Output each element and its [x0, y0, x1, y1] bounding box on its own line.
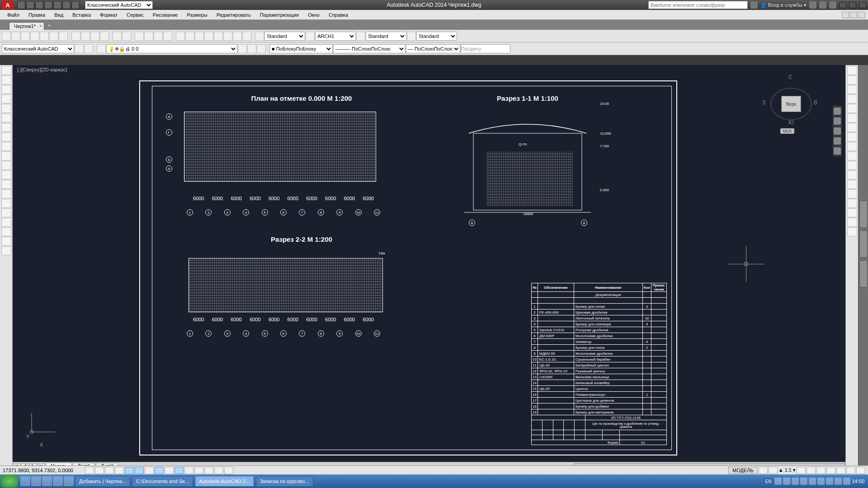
save-icon[interactable] — [21, 32, 30, 41]
signin-label[interactable]: 👤 Вход в службы ▾ — [760, 2, 807, 8]
tray-icon[interactable] — [792, 478, 799, 485]
erase-icon[interactable] — [847, 66, 857, 75]
snap-mode-icon[interactable] — [95, 467, 104, 474]
hardware-accel-icon[interactable] — [836, 467, 845, 474]
task-item[interactable]: Записка по курсово... — [256, 476, 313, 487]
drawing-canvas[interactable]: [-][Сверху][2D-каркас] С Ю З В Верх МСК … — [13, 65, 845, 470]
viewport-controls[interactable]: [-][Сверху][2D-каркас] — [17, 67, 67, 72]
ssm-icon[interactable] — [204, 32, 213, 41]
copy-icon[interactable] — [81, 32, 90, 41]
annotation-monitor-icon[interactable] — [224, 467, 233, 474]
coordinates-readout[interactable]: 17371.9800, 9314.7302, 0.0000 — [3, 468, 84, 473]
tray-icon[interactable] — [800, 478, 807, 485]
mtext-icon[interactable] — [1, 237, 11, 246]
table-style-select[interactable]: Standard — [366, 32, 406, 41]
trim-icon[interactable] — [847, 151, 857, 160]
insert-block-icon[interactable] — [1, 170, 11, 179]
clock[interactable]: 14:50 — [852, 479, 864, 484]
quickview-drawings-icon[interactable] — [769, 467, 778, 474]
linetype-select[interactable]: ——— ПоСлоюПоСлою — [333, 44, 406, 53]
tray-icon[interactable] — [774, 478, 782, 485]
save-icon[interactable] — [35, 1, 43, 9]
make-block-icon[interactable] — [1, 180, 11, 189]
workspace-select-2[interactable]: Классический AutoCAD — [2, 44, 74, 53]
array-icon[interactable] — [847, 104, 857, 113]
mleader-style-select[interactable]: Standard — [416, 32, 457, 41]
tray-icon[interactable] — [817, 478, 825, 485]
help-search-input[interactable] — [648, 1, 748, 9]
tray-icon[interactable] — [783, 478, 790, 485]
spline-icon[interactable] — [1, 142, 11, 151]
palette-tab-1[interactable] — [859, 201, 868, 228]
ducs-icon[interactable] — [165, 467, 174, 474]
palette-tab-2[interactable] — [859, 230, 868, 258]
line-icon[interactable] — [1, 66, 11, 75]
mdi-close-button[interactable] — [858, 12, 865, 18]
annotation-visibility-icon[interactable] — [797, 467, 806, 474]
properties-icon[interactable] — [176, 32, 185, 41]
task-item[interactable]: C:\Documents and Se... — [132, 476, 193, 487]
dc-icon[interactable] — [185, 32, 194, 41]
menu-draw[interactable]: Рисование — [148, 11, 182, 19]
osnap-icon[interactable] — [135, 467, 144, 474]
layer-select[interactable]: 💡❄🔓🖨 0 0 — [106, 44, 237, 53]
new-tab-button[interactable]: + — [45, 23, 53, 30]
viewcube[interactable]: С Ю З В Верх МСК — [764, 74, 818, 137]
menu-modify[interactable]: Редактировать — [212, 11, 255, 19]
tray-icon[interactable] — [809, 478, 816, 485]
point-icon[interactable] — [1, 189, 11, 198]
help-icon[interactable] — [829, 1, 836, 9]
lineweight-toggle-icon[interactable] — [184, 467, 193, 474]
infer-constraints-icon[interactable] — [85, 467, 94, 474]
quicklaunch-firefox-icon[interactable] — [31, 476, 41, 486]
polyline-icon[interactable] — [1, 85, 11, 94]
minimize-button[interactable] — [839, 2, 846, 8]
language-indicator[interactable]: EN — [764, 478, 774, 485]
layer-prev-icon[interactable] — [247, 44, 256, 53]
zoom-win-icon[interactable] — [154, 32, 163, 41]
ortho-mode-icon[interactable] — [115, 467, 124, 474]
stretch-icon[interactable] — [847, 142, 857, 151]
plot-preview-icon[interactable] — [40, 32, 49, 41]
fullnav-icon[interactable] — [834, 108, 841, 115]
publish-icon[interactable] — [49, 32, 58, 41]
exchange-icon[interactable] — [809, 1, 816, 9]
mdi-minimize-button[interactable] — [842, 12, 849, 18]
table-icon[interactable] — [1, 227, 11, 236]
open-icon[interactable] — [26, 1, 34, 9]
command-line-icon[interactable] — [233, 32, 242, 41]
layer-make-current-icon[interactable] — [238, 44, 247, 53]
viewcube-north[interactable]: С — [788, 74, 793, 80]
copy-object-icon[interactable] — [847, 75, 857, 84]
quickview-layouts-icon[interactable] — [759, 467, 768, 474]
autoscale-icon[interactable] — [807, 467, 816, 474]
pan-icon[interactable] — [135, 32, 144, 41]
showmotion-icon[interactable] — [834, 147, 841, 155]
orbit-icon[interactable] — [834, 137, 841, 145]
palette-tab-3[interactable] — [859, 260, 868, 287]
maximize-button[interactable] — [849, 2, 856, 8]
addselected-icon[interactable] — [1, 246, 11, 255]
selection-cycling-icon[interactable] — [214, 467, 223, 474]
grid-display-icon[interactable] — [105, 467, 114, 474]
break-at-point-icon[interactable] — [847, 170, 857, 179]
quick-properties-icon[interactable] — [204, 467, 213, 474]
plot-icon[interactable] — [30, 32, 39, 41]
menu-view[interactable]: Вид — [50, 11, 68, 19]
quicklaunch-media-icon[interactable] — [64, 476, 74, 486]
menu-help[interactable]: Справка — [324, 11, 353, 19]
search-icon[interactable] — [750, 1, 758, 9]
color-select[interactable]: ■ ПоБлокуПоБлоку — [269, 44, 333, 53]
quickcalc-icon[interactable] — [223, 32, 232, 41]
redo-icon[interactable] — [71, 1, 80, 9]
viewcube-east[interactable]: В — [814, 99, 817, 106]
mirror-icon[interactable] — [847, 85, 857, 94]
dynamic-input-icon[interactable] — [175, 467, 184, 474]
pan-icon[interactable] — [834, 117, 841, 125]
gradient-icon[interactable] — [1, 208, 11, 217]
zoom-prev-icon[interactable] — [163, 32, 172, 41]
tool-palettes-icon[interactable] — [195, 32, 204, 41]
saveas-icon[interactable] — [44, 1, 52, 9]
textstyle-icon[interactable] — [255, 32, 264, 41]
menu-edit[interactable]: Правка — [24, 11, 50, 19]
